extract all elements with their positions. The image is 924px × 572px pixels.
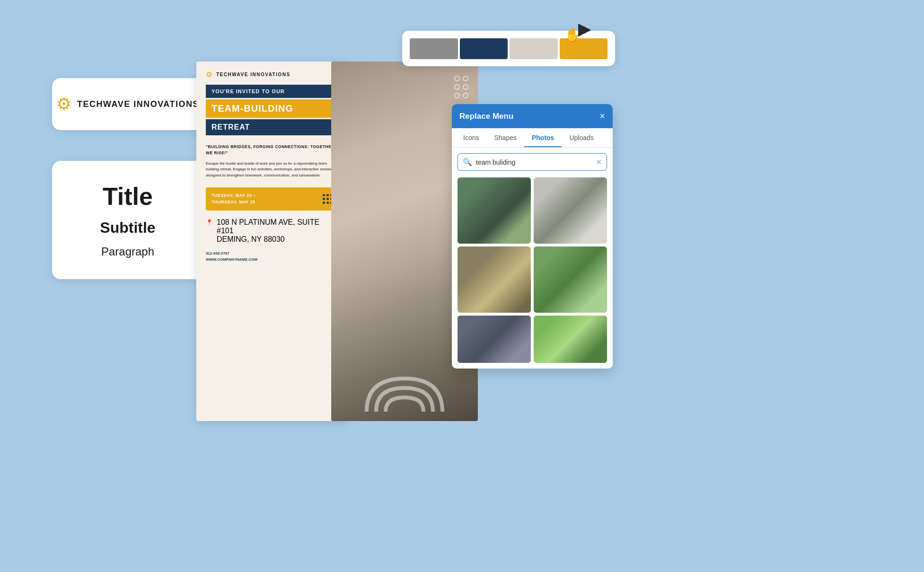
search-bar: 🔍 team buliding ✕ bbox=[458, 153, 607, 171]
photo-thumb-1[interactable] bbox=[458, 177, 531, 244]
flyer-title-block: YOU'RE INVITED TO OUR TEAM-BUILDING RETR… bbox=[206, 85, 338, 135]
text-card: Title Subtitle Paragraph bbox=[52, 161, 203, 279]
replace-menu-header: Replace Menu × bbox=[452, 104, 613, 128]
flyer-team-text: TEAM-BUILDING bbox=[206, 99, 338, 118]
photo-thumb-3[interactable] bbox=[458, 246, 531, 313]
logo-brand-name: TECHWAVE INNOVATIONS bbox=[77, 99, 199, 109]
tab-icons[interactable]: Icons bbox=[456, 128, 486, 147]
photos-grid bbox=[452, 175, 613, 369]
flyer-contact: 312-692-0767 WWW.COMPANYNAME.COM bbox=[196, 247, 348, 266]
palette-bar: ✋ ▶ bbox=[402, 31, 615, 66]
replace-menu-title: Replace Menu bbox=[459, 112, 513, 121]
flyer-body: Escape the hustle and bustle of work and… bbox=[196, 161, 348, 184]
flyer-date-block: TUESDAY, MAY 23 – THURSDAY, MAY 25 bbox=[206, 187, 338, 211]
palette-cursor-area: ✋ ▶ bbox=[569, 19, 601, 39]
gear-icon: ⚙ bbox=[56, 94, 71, 114]
replace-menu: Replace Menu × Icons Shapes Photos Uploa… bbox=[452, 104, 613, 369]
tab-shapes[interactable]: Shapes bbox=[486, 128, 524, 147]
flyer-date-text: TUESDAY, MAY 23 – THURSDAY, MAY 25 bbox=[211, 192, 256, 206]
photo-thumb-4[interactable] bbox=[534, 246, 607, 313]
flyer-phone: 312-692-0767 bbox=[206, 250, 338, 257]
flyer-date-line2: THURSDAY, MAY 25 bbox=[211, 199, 256, 205]
flyer-address: 📍 108 N PLATINUM AVE, SUITE #101 DEMING,… bbox=[196, 214, 348, 247]
palette-swatch-darkblue[interactable] bbox=[460, 38, 508, 59]
subtitle-label: Subtitle bbox=[100, 219, 155, 237]
palette-swatch-lightgray[interactable] bbox=[510, 38, 558, 59]
logo-card: ⚙ TECHWAVE INNOVATIONS bbox=[52, 78, 203, 130]
photo-thumb-6[interactable] bbox=[534, 316, 607, 363]
flyer-website: WWW.COMPANYNAME.COM bbox=[206, 256, 338, 263]
close-button[interactable]: × bbox=[599, 111, 605, 122]
paragraph-label: Paragraph bbox=[101, 245, 154, 258]
arch-decoration bbox=[357, 341, 452, 412]
flyer-invited-text: YOU'RE INVITED TO OUR bbox=[206, 85, 338, 98]
flyer-header: ⚙ TECHWAVE INNOVATIONS bbox=[196, 62, 348, 85]
palette-swatch-gray[interactable] bbox=[410, 38, 458, 59]
tab-uploads[interactable]: Uploads bbox=[562, 128, 601, 147]
photo-thumb-2[interactable] bbox=[534, 177, 607, 244]
flyer-address-line1: 108 N PLATINUM AVE, SUITE #101 bbox=[217, 218, 338, 235]
flyer-date-line1: TUESDAY, MAY 23 – bbox=[211, 192, 256, 199]
photo-thumb-5[interactable] bbox=[458, 316, 531, 363]
clear-search-button[interactable]: ✕ bbox=[596, 158, 602, 167]
flyer-address-text: 108 N PLATINUM AVE, SUITE #101 DEMING, N… bbox=[217, 218, 338, 244]
flyer-brand-name: TECHWAVE INNOVATIONS bbox=[216, 72, 290, 77]
cursor-icon: ▶ bbox=[578, 19, 591, 38]
flyer-quote: "BUILDING BRIDGES, FORGING CONNECTIONS: … bbox=[196, 139, 348, 161]
search-input[interactable]: team buliding bbox=[476, 158, 592, 166]
flyer-retreat-text: RETREAT bbox=[206, 119, 338, 135]
flyer: ⚙ TECHWAVE INNOVATIONS YOU'RE INVITED TO… bbox=[196, 62, 348, 421]
flyer-gear-icon: ⚙ bbox=[206, 70, 212, 79]
pin-icon: 📍 bbox=[206, 219, 213, 226]
search-icon: 🔍 bbox=[463, 158, 472, 167]
flyer-address-line2: DEMING, NY 88030 bbox=[217, 235, 338, 244]
tab-photos[interactable]: Photos bbox=[524, 128, 562, 147]
title-label: Title bbox=[103, 182, 153, 211]
replace-tabs: Icons Shapes Photos Uploads bbox=[452, 128, 613, 148]
